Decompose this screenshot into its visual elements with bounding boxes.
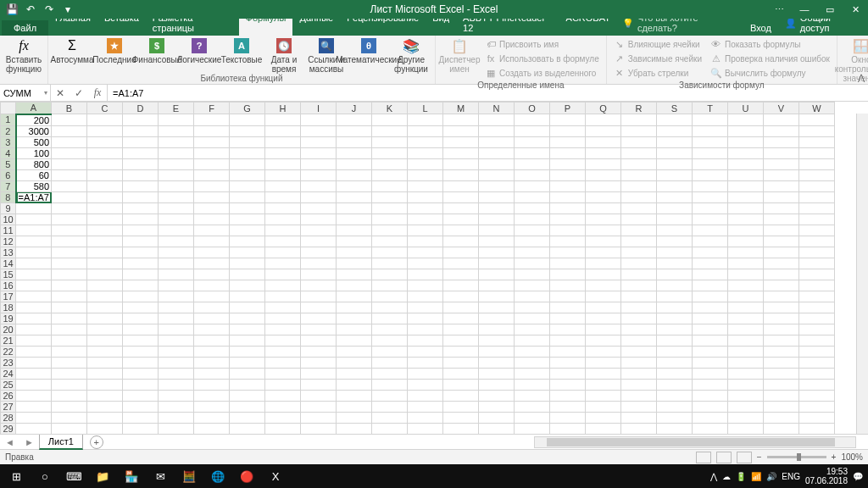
row-header-4[interactable]: 4 (1, 147, 16, 158)
autosum-button[interactable]: ΣАвтосумма (52, 36, 92, 64)
cell-Q27[interactable] (586, 401, 621, 412)
cell-P26[interactable] (550, 390, 586, 401)
cell-J4[interactable] (337, 147, 372, 158)
cell-F9[interactable] (194, 202, 230, 214)
cell-L27[interactable] (408, 401, 443, 412)
taskbar-app-2[interactable]: 📁 (88, 464, 117, 488)
cell-E11[interactable] (159, 225, 194, 236)
cell-A17[interactable] (16, 291, 52, 302)
cell-N13[interactable] (479, 247, 515, 258)
cell-E25[interactable] (159, 379, 194, 390)
cell-S19[interactable] (657, 313, 693, 324)
taskbar-app-6[interactable]: 🌐 (203, 464, 232, 488)
col-header-M[interactable]: M (443, 103, 479, 114)
cell-V16[interactable] (764, 280, 799, 291)
row-header-25[interactable]: 25 (1, 379, 16, 390)
cell-S26[interactable] (657, 390, 693, 401)
cell-M23[interactable] (443, 357, 479, 368)
col-header-N[interactable]: N (479, 103, 515, 114)
cell-W15[interactable] (799, 269, 835, 280)
cell-A27[interactable] (16, 401, 52, 412)
cell-F16[interactable] (194, 280, 230, 291)
cell-A21[interactable] (16, 335, 52, 346)
col-header-V[interactable]: V (764, 103, 799, 114)
cell-A5[interactable]: 800 (16, 158, 52, 169)
cell-C4[interactable] (87, 147, 123, 158)
cell-W1[interactable] (799, 114, 835, 126)
cell-N6[interactable] (479, 169, 515, 180)
cell-V15[interactable] (764, 269, 799, 280)
cell-Q3[interactable] (586, 136, 621, 147)
cell-S22[interactable] (657, 346, 693, 357)
cell-E3[interactable] (159, 136, 194, 147)
cell-F7[interactable] (194, 180, 230, 191)
cell-Q15[interactable] (586, 269, 621, 280)
cell-B19[interactable] (52, 313, 87, 324)
cell-D3[interactable] (123, 136, 159, 147)
cell-N15[interactable] (479, 269, 515, 280)
cell-G20[interactable] (230, 324, 265, 335)
row-header-8[interactable]: 8 (1, 191, 16, 202)
cell-E22[interactable] (159, 346, 194, 357)
cell-A19[interactable] (16, 313, 52, 324)
cell-C13[interactable] (87, 247, 123, 258)
cell-J25[interactable] (337, 379, 372, 390)
cell-D28[interactable] (123, 412, 159, 423)
cell-U22[interactable] (728, 346, 764, 357)
cell-T20[interactable] (693, 324, 728, 335)
cell-M27[interactable] (443, 401, 479, 412)
cell-L5[interactable] (408, 158, 443, 169)
cell-T14[interactable] (693, 258, 728, 269)
cell-K3[interactable] (372, 136, 408, 147)
cell-N26[interactable] (479, 390, 515, 401)
cell-T5[interactable] (693, 158, 728, 169)
cell-R7[interactable] (621, 180, 657, 191)
cell-D2[interactable] (123, 125, 159, 136)
cell-U24[interactable] (728, 368, 764, 379)
cell-W12[interactable] (799, 236, 835, 247)
cell-E8[interactable] (159, 191, 194, 202)
cell-H5[interactable] (265, 158, 301, 169)
cell-P23[interactable] (550, 357, 586, 368)
col-header-G[interactable]: G (230, 103, 265, 114)
cell-N11[interactable] (479, 225, 515, 236)
cell-Q7[interactable] (586, 180, 621, 191)
cell-D23[interactable] (123, 357, 159, 368)
cell-L28[interactable] (408, 412, 443, 423)
cell-H11[interactable] (265, 225, 301, 236)
cell-J24[interactable] (337, 368, 372, 379)
cell-J19[interactable] (337, 313, 372, 324)
cell-I1[interactable] (301, 114, 337, 126)
cell-V3[interactable] (764, 136, 799, 147)
cell-M11[interactable] (443, 225, 479, 236)
cell-E4[interactable] (159, 147, 194, 158)
cell-U19[interactable] (728, 313, 764, 324)
cell-B24[interactable] (52, 368, 87, 379)
cell-K15[interactable] (372, 269, 408, 280)
cell-H15[interactable] (265, 269, 301, 280)
cell-K1[interactable] (372, 114, 408, 126)
cell-J18[interactable] (337, 302, 372, 313)
cell-N21[interactable] (479, 335, 515, 346)
cell-J9[interactable] (337, 202, 372, 214)
error-checking-button[interactable]: ⚠Проверка наличия ошибок (709, 52, 832, 65)
cell-F22[interactable] (194, 346, 230, 357)
cell-F28[interactable] (194, 412, 230, 423)
cell-L6[interactable] (408, 169, 443, 180)
cell-J11[interactable] (337, 225, 372, 236)
cell-D8[interactable] (123, 191, 159, 202)
cell-A18[interactable] (16, 302, 52, 313)
cell-O11[interactable] (515, 225, 550, 236)
row-header-12[interactable]: 12 (1, 236, 16, 247)
cell-N10[interactable] (479, 214, 515, 225)
cell-E10[interactable] (159, 214, 194, 225)
cell-S23[interactable] (657, 357, 693, 368)
cell-U29[interactable] (728, 423, 764, 434)
cell-C29[interactable] (87, 423, 123, 434)
cell-D6[interactable] (123, 169, 159, 180)
cell-U26[interactable] (728, 390, 764, 401)
cell-H23[interactable] (265, 357, 301, 368)
cell-J15[interactable] (337, 269, 372, 280)
cell-R16[interactable] (621, 280, 657, 291)
remove-arrows-button[interactable]: ✕Убрать стрелки (612, 66, 704, 80)
